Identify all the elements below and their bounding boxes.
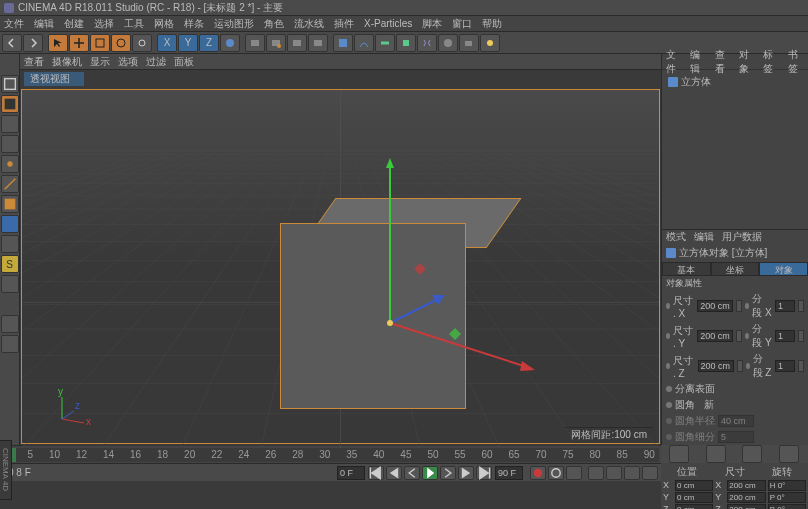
size-input[interactable] (727, 480, 765, 491)
nav-3[interactable] (742, 445, 762, 463)
menu-帮助[interactable]: 帮助 (482, 17, 502, 31)
move-tool[interactable] (69, 34, 89, 52)
seg-input[interactable] (775, 330, 795, 342)
key-p[interactable] (588, 466, 604, 480)
size-input[interactable] (727, 504, 765, 509)
key-options[interactable] (566, 466, 582, 480)
prev-frame[interactable] (404, 466, 420, 480)
menu-工具[interactable]: 工具 (124, 17, 144, 31)
point-mode[interactable] (1, 155, 19, 173)
seg-input[interactable] (775, 300, 795, 312)
fillet-toggle[interactable]: 圆角新 (662, 397, 808, 413)
autokey[interactable] (548, 466, 564, 480)
tweak-mode[interactable] (1, 235, 19, 253)
workplane-mode[interactable] (1, 135, 19, 153)
attr-tab[interactable]: 坐标 (711, 262, 760, 276)
object-tree[interactable]: 立方体 (662, 70, 808, 229)
menu-X-Particles[interactable]: X-Particles (364, 18, 412, 29)
next-key[interactable] (458, 466, 474, 480)
seg-input[interactable] (775, 360, 795, 372)
vp-menu-item[interactable]: 显示 (90, 55, 110, 69)
pos-input[interactable] (675, 504, 713, 509)
deformer-tool[interactable] (417, 34, 437, 52)
current-frame[interactable] (337, 466, 365, 480)
menu-运动图形[interactable]: 运动图形 (214, 17, 254, 31)
pos-input[interactable] (675, 492, 713, 503)
cube-object[interactable] (280, 223, 466, 409)
attr-tab[interactable]: 基本 (662, 262, 711, 276)
cube-primitive[interactable] (333, 34, 353, 52)
render-pv[interactable] (266, 34, 286, 52)
menu-编辑[interactable]: 编辑 (34, 17, 54, 31)
vp-menu-item[interactable]: 查看 (24, 55, 44, 69)
size-input[interactable] (697, 330, 733, 342)
menu-创建[interactable]: 创建 (64, 17, 84, 31)
key-s[interactable] (606, 466, 622, 480)
viewport-title-tab[interactable]: 透视视图 (24, 72, 84, 86)
nurbs-tool[interactable] (375, 34, 395, 52)
spinner[interactable] (798, 360, 804, 372)
nav-2[interactable] (706, 445, 726, 463)
vp-menu-item[interactable]: 摄像机 (52, 55, 82, 69)
viewport-solo[interactable] (1, 315, 19, 333)
spinner[interactable] (737, 360, 743, 372)
spinner[interactable] (798, 330, 804, 342)
play-button[interactable] (422, 466, 438, 480)
tree-item-cube[interactable]: 立方体 (666, 74, 804, 90)
snap-toggle[interactable]: S (1, 255, 19, 273)
menu-窗口[interactable]: 窗口 (452, 17, 472, 31)
size-input[interactable] (698, 360, 734, 372)
attr-tab[interactable]: 对象 (759, 262, 808, 276)
menu-文件[interactable]: 文件 (4, 17, 24, 31)
environment[interactable] (438, 34, 458, 52)
z-axis-lock[interactable]: Z (199, 34, 219, 52)
next-frame[interactable] (440, 466, 456, 480)
size-input[interactable] (697, 300, 733, 312)
rot-input[interactable] (768, 480, 806, 491)
menu-角色[interactable]: 角色 (264, 17, 284, 31)
rotate-tool[interactable] (111, 34, 131, 52)
key-a[interactable] (642, 466, 658, 480)
select-tool[interactable] (48, 34, 68, 52)
attr-menu-item[interactable]: 模式 (666, 230, 686, 244)
attr-menu-item[interactable]: 用户数据 (722, 230, 762, 244)
render-settings[interactable] (287, 34, 307, 52)
attr-menu-item[interactable]: 编辑 (694, 230, 714, 244)
rot-input[interactable] (768, 504, 806, 509)
render-view[interactable] (245, 34, 265, 52)
record-key[interactable] (530, 466, 546, 480)
menu-流水线[interactable]: 流水线 (294, 17, 324, 31)
separate-surface[interactable]: 分离表面 (662, 381, 808, 397)
end-frame[interactable] (495, 466, 523, 480)
coord-system[interactable] (220, 34, 240, 52)
workplane-tool[interactable] (1, 275, 19, 293)
recent-tool[interactable] (132, 34, 152, 52)
goto-end[interactable] (476, 466, 492, 480)
texture-mode[interactable] (1, 115, 19, 133)
y-axis-lock[interactable]: Y (178, 34, 198, 52)
edge-mode[interactable] (1, 175, 19, 193)
prev-key[interactable] (386, 466, 402, 480)
model-mode[interactable] (1, 95, 19, 113)
rot-input[interactable] (768, 492, 806, 503)
goto-start[interactable] (368, 466, 384, 480)
make-editable[interactable] (1, 75, 19, 93)
3d-viewport[interactable]: y x z 网格间距 : 100 cm (21, 89, 660, 444)
nav-1[interactable] (669, 445, 689, 463)
axis-mode[interactable] (1, 215, 19, 233)
layers-icon[interactable] (1, 335, 19, 353)
redo-button[interactable] (23, 34, 43, 52)
timeline-ruler[interactable]: 0510121416182022242628303540455055606570… (2, 448, 659, 462)
spinner[interactable] (798, 300, 804, 312)
generator-tool[interactable] (396, 34, 416, 52)
spinner[interactable] (736, 300, 742, 312)
x-axis-lock[interactable]: X (157, 34, 177, 52)
camera-tool[interactable] (459, 34, 479, 52)
menu-插件[interactable]: 插件 (334, 17, 354, 31)
render-queue[interactable] (308, 34, 328, 52)
menu-样条[interactable]: 样条 (184, 17, 204, 31)
key-r[interactable] (624, 466, 640, 480)
vp-menu-item[interactable]: 过滤 (146, 55, 166, 69)
spline-tool[interactable] (354, 34, 374, 52)
spinner[interactable] (736, 330, 742, 342)
